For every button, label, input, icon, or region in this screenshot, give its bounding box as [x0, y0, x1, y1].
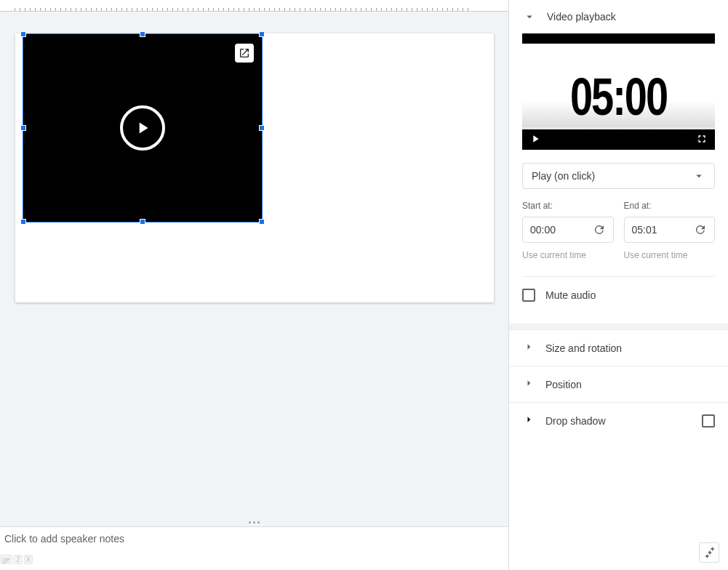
chevron-right-icon	[522, 340, 535, 356]
start-use-current[interactable]: Use current time	[522, 250, 614, 260]
preview-controls	[522, 129, 715, 150]
editor-pane: Click to add speaker notes ge2X	[0, 0, 508, 570]
drop-shadow-checkbox[interactable]	[702, 414, 715, 428]
refresh-icon[interactable]	[593, 223, 606, 236]
slide-canvas[interactable]	[0, 12, 508, 518]
chevron-right-icon	[522, 413, 535, 428]
explore-button[interactable]	[699, 542, 719, 563]
format-options-panel: Video playback 05:00 Play (on click)	[508, 0, 728, 570]
end-at-value: 05:01	[632, 224, 657, 236]
mute-audio-checkbox[interactable]	[522, 289, 535, 302]
slide[interactable]	[15, 33, 494, 302]
start-at-value: 00:00	[530, 224, 556, 236]
notes-resize-handle[interactable]	[0, 518, 508, 526]
preview-fullscreen-icon[interactable]	[696, 133, 708, 147]
video-object[interactable]	[23, 33, 263, 222]
refresh-icon[interactable]	[694, 223, 707, 236]
caret-down-icon	[692, 169, 705, 182]
chevron-right-icon	[522, 377, 535, 392]
play-icon[interactable]	[120, 105, 165, 150]
drop-shadow-label: Drop shadow	[545, 415, 606, 427]
position-header[interactable]: Position	[509, 366, 728, 402]
play-mode-value: Play (on click)	[532, 170, 595, 182]
size-rotation-header[interactable]: Size and rotation	[509, 329, 728, 366]
footer-tabs: ge2X	[0, 555, 33, 564]
open-in-new-icon[interactable]	[235, 44, 254, 63]
chevron-down-icon	[522, 10, 537, 23]
end-use-current[interactable]: Use current time	[624, 250, 716, 260]
preview-play-icon[interactable]	[529, 133, 541, 147]
speaker-notes[interactable]: Click to add speaker notes	[0, 526, 508, 570]
video-playback-label: Video playback	[547, 11, 616, 23]
video-playback-header[interactable]: Video playback	[509, 0, 728, 33]
divider	[522, 276, 715, 277]
position-label: Position	[545, 379, 582, 390]
play-mode-select[interactable]: Play (on click)	[522, 163, 715, 189]
horizontal-ruler	[0, 0, 508, 12]
drop-shadow-header[interactable]: Drop shadow	[509, 402, 728, 438]
start-at-label: Start at:	[522, 201, 614, 211]
end-at-label: End at:	[624, 201, 716, 211]
start-at-input[interactable]: 00:00	[522, 217, 614, 243]
preview-progress[interactable]	[522, 127, 715, 129]
end-at-input[interactable]: 05:01	[624, 217, 716, 243]
size-rotation-label: Size and rotation	[545, 342, 622, 354]
mute-audio-label: Mute audio	[545, 289, 596, 301]
video-preview[interactable]: 05:00	[522, 33, 715, 150]
